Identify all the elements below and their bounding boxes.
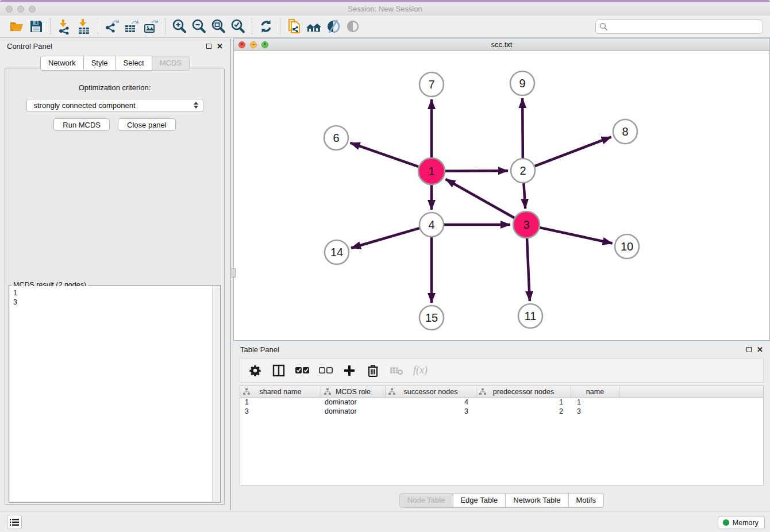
graph-edge-4-14[interactable] (351, 228, 419, 248)
add-column-icon[interactable] (342, 364, 356, 377)
control-panel: Control Panel ✕ NetworkStyleSelectMCDS O… (0, 38, 231, 510)
column-header-successor_nodes[interactable]: successor nodes (386, 386, 476, 397)
window-title: Session: New Session (0, 5, 770, 13)
table-cell-successor_nodes[interactable]: 3 (386, 407, 476, 416)
save-session-icon[interactable] (26, 17, 46, 36)
optimization-criterion-select[interactable]: strongly connected component (26, 99, 203, 112)
splitter-handle[interactable] (232, 268, 236, 277)
network-minimize-icon[interactable]: − (250, 41, 257, 48)
control-tab-style[interactable]: Style (84, 56, 116, 71)
graph-node-label-10: 10 (621, 240, 633, 253)
select-stepper-icon (194, 102, 198, 109)
graph-edge-3-1[interactable] (445, 179, 514, 218)
table-toolbar: f(x) (240, 358, 764, 383)
task-history-button[interactable] (7, 515, 22, 529)
export-network-icon[interactable] (102, 17, 122, 36)
mcds-result-area[interactable]: 13 (10, 286, 220, 502)
table-tab-network-table[interactable]: Network Table (506, 493, 568, 508)
column-label: successor nodes (404, 388, 458, 396)
table-settings-gear-icon[interactable] (248, 364, 262, 377)
graph-edge-2-3[interactable] (523, 183, 525, 209)
select-all-icon[interactable] (295, 364, 309, 377)
float-panel-icon[interactable] (206, 44, 211, 49)
toolbar-divider (165, 18, 165, 34)
column-label: name (586, 388, 604, 396)
function-builder-icon[interactable]: f(x) (413, 364, 428, 376)
control-tab-mcds[interactable]: MCDS (152, 56, 190, 71)
table-cell-name[interactable]: 3 (571, 407, 619, 416)
graph-edge-3-10[interactable] (540, 228, 612, 243)
graph-edge-2-8[interactable] (535, 137, 611, 166)
zoom-fit-icon[interactable] (209, 17, 228, 36)
show-column-icon[interactable] (272, 364, 286, 377)
column-header-name[interactable]: name (571, 386, 619, 397)
memory-button[interactable]: Memory (718, 516, 765, 529)
graph-edge-3-11[interactable] (527, 238, 530, 301)
column-header-mcds_role[interactable]: MCDS role (321, 386, 386, 397)
table-cell-successor_nodes[interactable]: 4 (386, 398, 476, 407)
control-tab-select[interactable]: Select (116, 56, 152, 71)
control-tab-network[interactable]: Network (40, 56, 84, 71)
table-cell-mcds_role[interactable]: dominator (321, 398, 386, 407)
search-field-container (595, 20, 763, 34)
duplicate-network-icon[interactable] (284, 17, 304, 36)
control-panel-header: Control Panel ✕ (0, 38, 230, 53)
column-header-shared_name[interactable]: shared name (240, 386, 321, 397)
table-tab-node-table[interactable]: Node Table (399, 493, 453, 508)
graph-edge-1-6[interactable] (351, 143, 419, 167)
table-cell-shared_name[interactable]: 3 (240, 407, 321, 416)
graph-edge-1-2[interactable] (445, 171, 508, 171)
optimization-criterion-value: strongly connected component (34, 101, 136, 110)
delete-column-icon[interactable] (366, 364, 380, 377)
import-table-icon[interactable] (74, 17, 94, 36)
graph-node-label-14: 14 (330, 246, 343, 259)
table-cell-predecessor_nodes[interactable]: 2 (476, 407, 571, 416)
apply-style-icon[interactable] (324, 17, 343, 36)
export-image-icon[interactable] (141, 17, 161, 36)
zoom-out-icon[interactable] (189, 17, 209, 36)
mcds-result-box: MCDS result (2 nodes) 13 (9, 285, 221, 503)
node-table-body: 1dominator4113dominator323 (240, 398, 763, 416)
refresh-layout-icon[interactable] (256, 17, 276, 36)
graphics-details-icon[interactable] (343, 17, 363, 36)
table-panel-title: Table Panel (240, 345, 279, 354)
graph-edge-2-9[interactable] (522, 98, 523, 158)
table-cell-name[interactable]: 1 (571, 398, 619, 407)
column-label: MCDS role (336, 388, 371, 396)
network-maximize-icon[interactable]: + (261, 41, 268, 48)
zoom-in-icon[interactable] (170, 17, 189, 36)
close-panel-button[interactable]: Close panel (118, 118, 176, 131)
list-icon (10, 518, 19, 526)
open-file-icon[interactable] (7, 17, 26, 36)
float-table-panel-icon[interactable] (746, 347, 752, 352)
delete-table-icon[interactable] (390, 364, 403, 377)
close-panel-icon[interactable]: ✕ (217, 43, 223, 50)
search-input[interactable] (595, 20, 763, 34)
table-cell-shared_name[interactable]: 1 (240, 398, 321, 407)
graph-node-label-8: 8 (622, 125, 628, 138)
close-table-panel-icon[interactable]: ✕ (757, 346, 763, 353)
zoom-window-icon[interactable] (29, 6, 36, 13)
table-row[interactable]: 1dominator411 (240, 398, 763, 407)
table-cell-mcds_role[interactable]: dominator (321, 407, 386, 416)
close-window-icon[interactable] (6, 6, 13, 13)
minimize-window-icon[interactable] (17, 6, 24, 13)
main-titlebar: Session: New Session (0, 2, 770, 16)
run-mcds-button[interactable]: Run MCDS (53, 118, 110, 131)
result-scrollbar[interactable] (212, 286, 220, 502)
import-network-icon[interactable] (55, 17, 74, 36)
column-header-predecessor_nodes[interactable]: predecessor nodes (476, 386, 571, 397)
network-canvas[interactable]: 1234678910111415 (234, 51, 769, 340)
table-tab-edge-table[interactable]: Edge Table (453, 493, 506, 508)
table-cell-predecessor_nodes[interactable]: 1 (476, 398, 571, 407)
application-window: Session: New Session (0, 0, 770, 532)
network-close-icon[interactable]: × (238, 41, 245, 48)
deselect-all-icon[interactable] (319, 364, 333, 377)
table-tab-motifs[interactable]: Motifs (568, 493, 604, 508)
zoom-selected-icon[interactable] (228, 17, 248, 36)
home-icon[interactable] (304, 17, 324, 36)
graph-node-label-7: 7 (428, 78, 434, 91)
table-row[interactable]: 3dominator323 (240, 407, 763, 416)
export-table-icon[interactable] (122, 17, 141, 36)
graph-svg[interactable]: 1234678910111415 (234, 51, 769, 340)
